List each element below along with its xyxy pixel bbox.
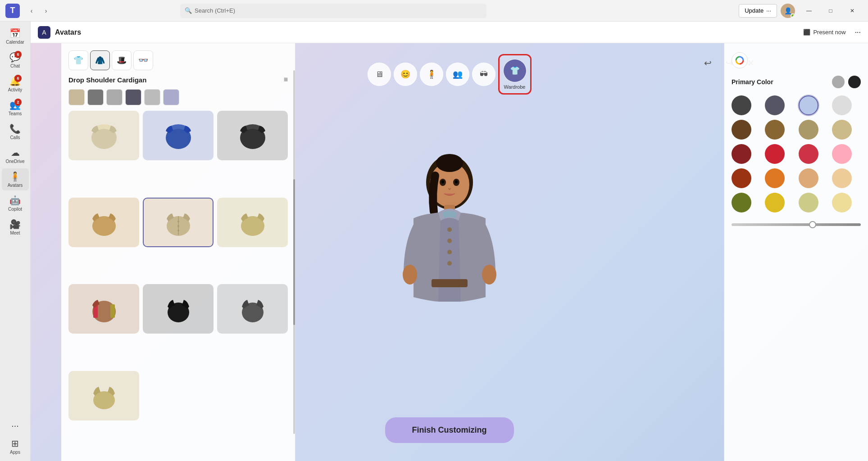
primary-color-swatches <box>832 76 861 88</box>
sidebar-item-copilot[interactable]: 🤖 Copilot <box>2 192 29 214</box>
clothing-item[interactable] <box>217 111 288 160</box>
slider-thumb[interactable] <box>809 221 816 228</box>
close-button[interactable]: ✕ <box>842 4 863 18</box>
present-icon: ⬛ <box>803 29 810 36</box>
sidebar-item-teams[interactable]: 👥2 Teams <box>2 97 29 119</box>
content-area: A Avatars ⬛ Present now ··· 👕 🧥 <box>31 22 868 461</box>
color-swatch[interactable] <box>732 144 751 164</box>
primary-swatch-gray[interactable] <box>832 76 845 88</box>
toolbar-accessories-button[interactable]: 🕶 <box>472 63 495 86</box>
sidebar-item-activity[interactable]: 🔔6 Activity <box>2 73 29 95</box>
activity-badge: 6 <box>14 75 22 82</box>
color-slider-row <box>732 223 861 226</box>
clothing-item-selected[interactable] <box>143 198 214 247</box>
teams-badge: 2 <box>14 99 22 106</box>
color-strip-item[interactable] <box>125 89 141 105</box>
sidebar-item-more[interactable]: ··· <box>2 418 29 434</box>
clothing-item[interactable] <box>143 111 214 160</box>
color-swatch[interactable] <box>832 95 852 115</box>
color-swatch[interactable] <box>765 168 785 188</box>
toolbar-scene-button[interactable]: 🖥 <box>368 63 391 86</box>
undo-button[interactable]: ↩ <box>699 54 717 72</box>
clothing-item[interactable] <box>217 198 288 247</box>
minimize-button[interactable]: — <box>799 4 819 18</box>
sidebar-item-apps[interactable]: ⊞ Apps <box>2 435 29 457</box>
sidebar-item-meet[interactable]: 🎥 Meet <box>2 216 29 238</box>
svg-point-8 <box>177 230 179 231</box>
titlebar-right: Update ··· 👤 — □ ✕ <box>739 4 863 18</box>
color-swatch[interactable] <box>799 193 818 212</box>
color-swatch[interactable] <box>732 168 751 188</box>
color-strip-item[interactable] <box>87 89 104 105</box>
color-swatch[interactable] <box>765 144 785 164</box>
color-swatch[interactable] <box>832 120 852 140</box>
clothing-preview <box>235 204 271 240</box>
wardrobe-tab-hat[interactable]: 🎩 <box>112 50 132 70</box>
color-strip-item[interactable] <box>68 89 85 105</box>
sidebar-item-calendar[interactable]: 📅 Calendar <box>2 25 29 47</box>
sidebar-item-avatars[interactable]: 🧍 Avatars <box>2 168 29 190</box>
present-now-button[interactable]: ⬛ Present now <box>798 26 851 38</box>
color-panel: Primary Color <box>724 43 868 461</box>
wardrobe-scrollbar[interactable] <box>293 43 295 461</box>
clothing-preview <box>86 118 122 154</box>
toolbar-face-button[interactable]: 😊 <box>394 63 417 86</box>
color-swatch-selected[interactable] <box>799 95 818 115</box>
sidebar-item-calls[interactable]: 📞 Calls <box>2 121 29 143</box>
color-swatch[interactable] <box>832 168 852 188</box>
filter-button[interactable]: ≡ <box>284 76 288 84</box>
clothing-item[interactable] <box>68 371 139 420</box>
maximize-button[interactable]: □ <box>820 4 841 18</box>
nav-controls: ‹ › <box>25 5 52 17</box>
color-swatch[interactable] <box>799 168 818 188</box>
color-strip-item[interactable] <box>163 89 179 105</box>
wardrobe-highlight: 👕 Wardrobe <box>498 54 532 95</box>
forward-button[interactable]: › <box>40 5 52 17</box>
svg-point-26 <box>447 250 452 254</box>
toolbar-pose-button[interactable]: 🧍 <box>420 63 443 86</box>
toolbar-wardrobe-button[interactable]: 👕 <box>503 59 527 82</box>
window-controls: — □ ✕ <box>799 4 863 18</box>
color-swatch[interactable] <box>799 144 818 164</box>
color-strip-item[interactable] <box>144 89 160 105</box>
color-grid <box>732 95 861 212</box>
color-swatch[interactable] <box>832 144 852 164</box>
clothing-item[interactable] <box>217 284 288 334</box>
color-panel-header <box>732 52 861 68</box>
online-status-dot <box>791 14 795 18</box>
pose-icon: 🧍 <box>427 69 436 79</box>
color-slider[interactable] <box>732 223 861 226</box>
color-strip-item[interactable] <box>106 89 123 105</box>
user-avatar[interactable]: 👤 <box>781 4 795 18</box>
finish-customizing-button[interactable]: Finish Customizing <box>385 417 514 443</box>
color-swatch[interactable] <box>799 120 818 140</box>
clothing-item[interactable] <box>143 284 214 334</box>
search-icon: 🔍 <box>185 7 192 14</box>
main-layout: 📅 Calendar 💬6 Chat 🔔6 Activity 👥2 Teams … <box>0 22 868 461</box>
sidebar-item-onedrive[interactable]: ☁ OneDrive <box>2 145 29 167</box>
color-swatch[interactable] <box>765 120 785 140</box>
back-button[interactable]: ‹ <box>25 5 38 17</box>
color-swatch[interactable] <box>732 193 751 212</box>
shirt-icon: 👕 <box>73 55 83 65</box>
wardrobe-tab-glasses[interactable]: 👓 <box>133 50 153 70</box>
more-icon: ··· <box>11 420 19 431</box>
sidebar-item-chat[interactable]: 💬6 Chat <box>2 49 29 71</box>
update-button[interactable]: Update ··· <box>739 4 777 18</box>
color-swatch[interactable] <box>765 95 785 115</box>
toolbar-reactions-button[interactable]: 👥 <box>446 63 469 86</box>
search-bar[interactable]: 🔍 Search (Ctrl+E) <box>180 4 486 18</box>
color-swatch[interactable] <box>732 95 751 115</box>
clothing-item[interactable] <box>68 284 139 334</box>
wardrobe-tab-top[interactable]: 👕 <box>68 50 88 70</box>
clothing-preview <box>160 204 196 240</box>
clothing-item[interactable] <box>68 198 139 247</box>
color-swatch[interactable] <box>732 120 751 140</box>
color-swatch[interactable] <box>832 193 852 212</box>
clothing-item[interactable] <box>68 111 139 160</box>
color-swatch[interactable] <box>765 193 785 212</box>
primary-swatch-black[interactable] <box>848 76 861 88</box>
app-more-button[interactable]: ··· <box>855 28 861 36</box>
wardrobe-tab-jacket[interactable]: 🧥 <box>90 50 110 70</box>
clothing-grid <box>68 111 288 454</box>
